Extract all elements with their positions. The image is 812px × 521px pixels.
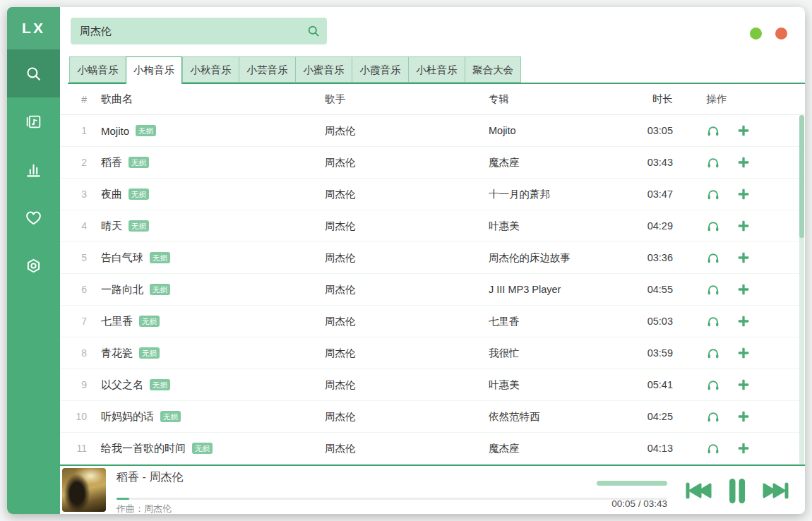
song-actions [673,378,805,392]
tab-8[interactable]: 聚合大会 [465,56,521,83]
add-button[interactable] [736,219,751,233]
song-name: 夜曲 [101,188,122,201]
song-name-cell: 给我一首歌的时间无损 [87,442,325,455]
playlist-icon [25,113,42,131]
scrollbar-track[interactable] [799,115,804,465]
table-row[interactable]: 8青花瓷无损周杰伦我很忙03:59 [60,337,805,369]
song-number: 9 [60,379,87,390]
sidebar: LX [7,7,60,514]
listen-button[interactable] [706,251,720,265]
sidebar-item-search[interactable] [7,49,60,97]
search-input[interactable] [71,18,300,44]
listen-button[interactable] [706,219,720,233]
song-name-cell: 以父之名无损 [87,378,325,392]
song-name: 听妈妈的话 [101,410,154,424]
tab-7[interactable]: 小杜音乐 [408,56,465,83]
listen-button[interactable] [706,124,720,138]
song-actions [673,441,805,455]
song-number: 10 [60,411,87,422]
add-button[interactable] [736,378,751,392]
minimize-button[interactable] [750,28,762,40]
search-icon [25,65,42,83]
quality-badge: 无损 [150,379,170,390]
listen-button[interactable] [706,187,720,201]
add-button[interactable] [736,409,751,424]
song-name-cell: 青花瓷无损 [87,347,325,360]
album-art[interactable] [62,468,106,512]
song-actions [673,155,805,169]
song-name: 晴天 [101,220,122,233]
tab-1[interactable]: 小蜗音乐 [69,56,126,83]
song-name-cell: 稻香无损 [87,156,325,169]
app-logo: LX [7,7,60,49]
song-number: 5 [60,252,87,263]
song-duration: 04:25 [625,411,673,422]
table-row[interactable]: 10听妈妈的话无损周杰伦依然范特西04:25 [60,401,805,433]
song-duration: 04:13 [625,443,673,454]
time-display: 00:05 / 03:43 [554,498,667,509]
song-album: J III MP3 Player [489,284,625,295]
add-button[interactable] [736,251,751,265]
quality-badge: 无损 [129,188,149,200]
song-name: 告白气球 [101,251,143,265]
add-button[interactable] [736,187,751,201]
song-name-cell: 夜曲无损 [87,188,325,201]
song-name: Mojito [101,125,129,137]
next-button[interactable] [761,481,789,500]
song-name-cell: 一路向北无损 [87,283,325,297]
listen-button[interactable] [706,378,720,392]
tab-2[interactable]: 小枸音乐 [126,56,182,84]
search-icon[interactable] [300,18,327,44]
sidebar-item-songlist[interactable] [7,97,60,145]
song-name: 给我一首歌的时间 [101,442,186,455]
table-row[interactable]: 5告白气球无损周杰伦周杰伦的床边故事03:36 [60,242,805,274]
add-button[interactable] [736,346,751,360]
add-button[interactable] [736,314,751,328]
quality-badge: 无损 [150,284,170,295]
song-artist: 周杰伦 [325,283,489,297]
table-row[interactable]: 6一路向北无损周杰伦J III MP3 Player04:55 [60,274,805,306]
quality-badge: 无损 [129,157,149,168]
add-button[interactable] [736,441,751,455]
listen-button[interactable] [706,409,720,424]
song-duration: 04:29 [625,220,673,232]
table-row[interactable]: 3夜曲无损周杰伦十一月的萧邦03:47 [60,179,805,210]
sidebar-item-ranking[interactable] [7,145,60,193]
listen-button[interactable] [706,441,720,455]
song-name-cell: 晴天无损 [87,220,325,233]
tab-6[interactable]: 小霞音乐 [352,56,408,83]
table-row[interactable]: 11给我一首歌的时间无损周杰伦魔杰座04:13 [60,433,805,465]
table-row[interactable]: 1Mojito无损周杰伦Mojito03:05 [60,115,805,147]
scrollbar-thumb[interactable] [799,115,804,238]
listen-button[interactable] [706,314,720,328]
song-name-cell: 告白气球无损 [87,251,325,265]
add-button[interactable] [736,282,751,297]
table-row[interactable]: 9以父之名无损周杰伦叶惠美05:41 [60,369,805,401]
table-row[interactable]: 2稻香无损周杰伦魔杰座03:43 [60,147,805,179]
song-actions [673,346,805,360]
song-album: 魔杰座 [489,156,625,169]
table-row[interactable]: 4晴天无损周杰伦叶惠美04:29 [60,210,805,242]
sidebar-item-favorites[interactable] [7,193,60,241]
sidebar-item-settings[interactable] [7,241,60,289]
song-actions [673,251,805,265]
song-album: 叶惠美 [489,378,625,392]
tab-4[interactable]: 小芸音乐 [239,56,295,83]
table-row[interactable]: 7七里香无损周杰伦七里香05:03 [60,306,805,337]
song-album: 叶惠美 [489,220,625,233]
previous-button[interactable] [685,481,713,500]
song-table: 1Mojito无损周杰伦Mojito03:052稻香无损周杰伦魔杰座03:433… [60,115,805,465]
add-button[interactable] [736,124,751,138]
close-button[interactable] [775,28,787,40]
quality-badge: 无损 [129,220,149,232]
pause-button[interactable] [727,478,747,504]
listen-button[interactable] [706,346,720,360]
tab-5[interactable]: 小蜜音乐 [295,56,352,83]
song-artist: 周杰伦 [325,188,489,201]
listen-button[interactable] [706,282,720,297]
add-button[interactable] [736,155,751,169]
tab-3[interactable]: 小秋音乐 [182,56,239,83]
song-album: 七里香 [489,315,625,328]
listen-button[interactable] [706,155,720,169]
volume-slider[interactable] [597,481,667,486]
